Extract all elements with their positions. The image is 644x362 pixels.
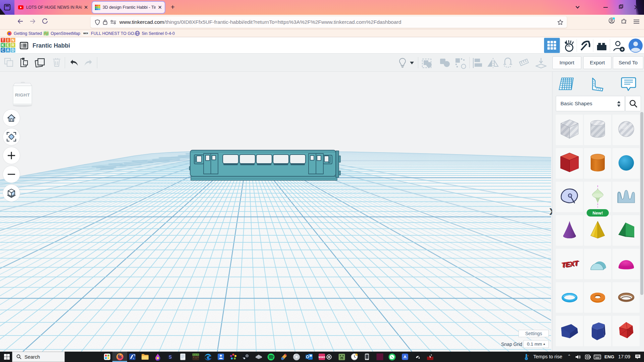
svg-text:N: N (11, 38, 14, 43)
svg-text:D: D (11, 48, 14, 53)
svg-text:C: C (1, 48, 4, 53)
svg-text:T: T (2, 38, 4, 43)
svg-text:S: S (168, 354, 171, 360)
svg-text:K: K (1, 43, 4, 48)
svg-text:RIGHT: RIGHT (15, 93, 30, 98)
svg-text:A: A (6, 48, 9, 53)
svg-text:E: E (7, 43, 9, 48)
svg-text:I: I (7, 38, 8, 43)
svg-text:R: R (11, 43, 14, 48)
